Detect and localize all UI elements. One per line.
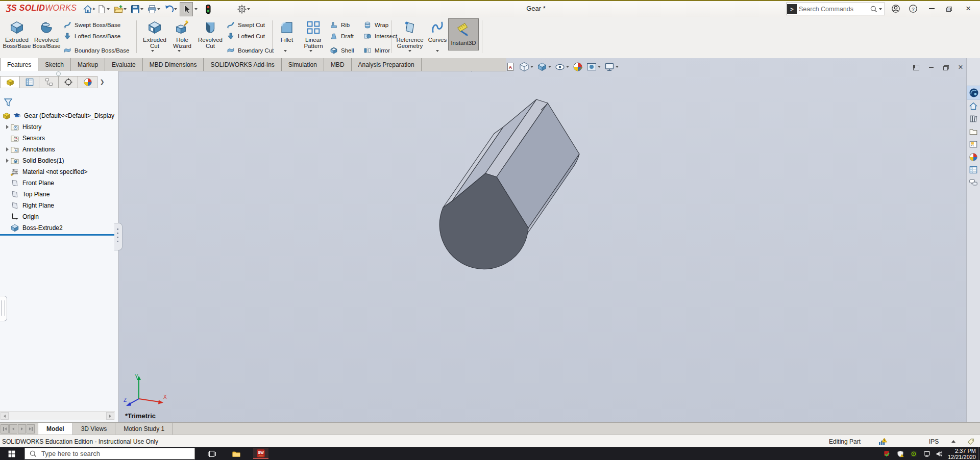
tree-item-top-plane[interactable]: Top Plane [0,189,115,200]
selection-filter-button[interactable] [202,3,214,16]
taskbar-clock[interactable]: 2:37 PM 12/21/2020 [948,448,976,460]
restore-button[interactable] [942,3,955,14]
minimize-document-button[interactable] [925,63,937,72]
taskbar-search-box[interactable]: Type here to search [24,448,195,459]
wrap-button[interactable]: Wrap [363,20,388,30]
scroll-left-button[interactable] [1,412,9,420]
tree-item-sensors[interactable]: Sensors [0,133,115,144]
revolved-boss-base-button[interactable]: Revolved Boss/Base [32,19,61,53]
undo-button[interactable] [163,3,178,16]
tab-analysis-preparation[interactable]: Analysis Preparation [352,58,422,71]
tray-nvidia[interactable] [908,448,920,459]
tab-mbd-dimensions[interactable]: MBD Dimensions [143,58,204,71]
task-pane-appearances[interactable] [967,150,980,163]
expand-arrow-icon[interactable] [4,147,10,151]
intersect-button[interactable]: Intersect [363,31,397,41]
save-button[interactable] [129,3,144,16]
task-view-button[interactable] [204,448,219,459]
dropdown-icon[interactable] [124,8,127,10]
tab-markup[interactable]: Markup [71,58,105,71]
instant3d-toggle[interactable]: Instant3D [448,18,479,50]
hide-show-items-button[interactable] [555,62,569,72]
dropdown-icon[interactable] [566,66,569,68]
hole-wizard-button[interactable]: Hole Wizard [169,19,195,53]
tray-volume[interactable] [933,448,945,459]
panel-splitter-handle[interactable] [56,71,61,76]
task-pane-3dexperience[interactable] [967,86,980,99]
help-button[interactable] [906,3,920,14]
options-button[interactable] [236,3,251,16]
close-button[interactable]: × [962,3,975,14]
task-pane-design-library[interactable] [967,112,980,125]
solidworks-taskbar-button[interactable] [253,448,268,459]
dropdown-icon[interactable] [178,50,181,52]
view-settings-button[interactable] [604,62,619,72]
linear-pattern-button[interactable]: Linear Pattern [299,19,328,53]
search-icon[interactable] [870,5,878,13]
scroll-right-button[interactable] [106,412,114,420]
open-button[interactable] [112,3,128,16]
dropdown-icon[interactable] [140,8,143,10]
task-pane-view-palette[interactable] [967,138,980,150]
boundary-cut-button[interactable]: Boundary Cut [227,45,274,56]
previous-tab-button[interactable] [9,424,17,433]
print-button[interactable] [146,3,161,16]
panel-splitter-tab[interactable] [114,223,122,250]
close-document-button[interactable]: × [955,63,966,72]
tab-model[interactable]: Model [38,423,73,435]
swept-boss-base-button[interactable]: Swept Boss/Base [63,20,120,30]
dropdown-icon[interactable] [174,8,177,10]
tab-features[interactable]: Features [0,58,38,71]
lofted-cut-button[interactable]: Lofted Cut [227,31,265,41]
dropdown-icon[interactable] [247,8,250,10]
search-commands-box[interactable]: > Search Commands [786,3,885,15]
select-button[interactable] [180,2,193,16]
shell-button[interactable]: Shell [330,45,354,56]
dropdown-icon[interactable] [194,8,198,10]
fillet-button[interactable]: Fillet [276,19,298,53]
reference-geometry-button[interactable]: Reference Geometry [394,19,426,53]
expand-arrow-icon[interactable] [4,159,10,163]
task-pane-file-explorer[interactable] [967,125,980,138]
units-label[interactable]: IPS [929,435,939,448]
collapsed-panel-tab[interactable] [0,296,7,321]
mirror-button[interactable]: Mirror [363,45,390,56]
tab-dimxpertmanager[interactable] [59,76,78,88]
tab-displaymanager[interactable] [78,76,97,88]
rib-button[interactable]: Rib [330,20,350,30]
file-explorer-button[interactable] [229,448,244,459]
tree-item-front-plane[interactable]: Front Plane [0,177,115,189]
tab-configurationmanager[interactable] [39,76,59,88]
dropdown-icon[interactable] [436,50,439,52]
dock-window-button[interactable] [911,63,922,72]
apply-scene-button[interactable] [586,62,601,72]
view-orientation-button[interactable] [519,62,533,72]
tree-item-solid-bodies[interactable]: Solid Bodies(1) [0,155,115,166]
task-pane-forum[interactable] [967,176,980,189]
dropdown-icon[interactable] [530,66,533,68]
tab-solidworks-add-ins[interactable]: SOLIDWORKS Add-Ins [204,58,281,71]
expand-arrow-icon[interactable] [4,125,10,129]
task-pane-custom-properties[interactable] [967,163,980,176]
display-style-button[interactable] [537,62,551,72]
dropdown-icon[interactable] [157,8,160,10]
last-tab-button[interactable] [27,424,35,433]
dropdown-icon[interactable] [548,66,551,68]
dropdown-icon[interactable] [246,50,249,52]
tab-motion-study-1[interactable]: Motion Study 1 [115,423,173,435]
restore-document-button[interactable] [940,63,951,72]
tree-item-origin[interactable]: Origin [0,211,115,222]
tab-simulation[interactable]: Simulation [282,58,324,71]
graphics-area[interactable]: × Y X Z *Trimetric [118,58,966,422]
swept-cut-button[interactable]: Swept Cut [227,20,265,30]
tray-network[interactable] [921,448,933,459]
tree-item-history[interactable]: History [0,121,115,133]
dropdown-icon[interactable] [107,8,110,10]
start-button[interactable] [4,448,19,459]
dropdown-icon[interactable] [879,8,882,10]
user-account-button[interactable] [889,3,902,14]
tab-propertymanager[interactable] [20,76,39,88]
lofted-boss-base-button[interactable]: Lofted Boss/Base [63,31,120,41]
gear-blank-model[interactable] [439,99,579,269]
revolved-cut-button[interactable]: Revolved Cut [196,19,225,53]
